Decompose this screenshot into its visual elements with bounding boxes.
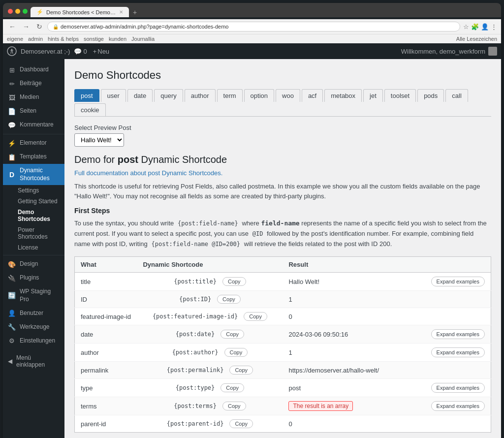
copy-button[interactable]: Copy	[220, 330, 244, 339]
tab-close-icon[interactable]: ✕	[119, 9, 123, 15]
tab-post[interactable]: post	[74, 89, 99, 102]
svg-point-0	[7, 47, 16, 56]
sidebar-item-label: Medien	[20, 94, 39, 101]
plus-icon: +	[93, 48, 97, 55]
result-value: 1	[288, 296, 292, 303]
tab-metabox[interactable]: metabox	[324, 89, 362, 102]
cell-shortcode: {post:ID}Copy	[137, 291, 283, 308]
sidebar-item-templates[interactable]: 📋 Templates	[3, 150, 64, 164]
bookmark-sonstige[interactable]: sonstige	[84, 36, 104, 42]
sidebar-item-einstellungen[interactable]: ⚙ Einstellungen	[3, 334, 64, 347]
all-bookmarks-button[interactable]: Alle Lesezeichen	[456, 36, 497, 42]
copy-button[interactable]: Copy	[229, 366, 253, 375]
copy-button[interactable]: Copy	[224, 348, 248, 357]
demo-docs-link[interactable]: Full documentation about post Dynamic Sh…	[74, 169, 491, 177]
address-bar[interactable]: 🔒 demoserver.at/wp-admin/admin.php?page=…	[47, 22, 460, 31]
table-row: terms{post:terms}CopyThe result is an ar…	[75, 397, 491, 415]
tab-date[interactable]: date	[127, 89, 153, 102]
profile-button[interactable]: 👤	[481, 23, 489, 31]
copy-button[interactable]: Copy	[217, 295, 241, 304]
bookmark-journallia[interactable]: Journallia	[131, 36, 155, 42]
tab-user[interactable]: user	[101, 89, 126, 102]
comments-count: 0	[83, 48, 87, 55]
new-tab-button[interactable]: +	[130, 7, 140, 17]
copy-button[interactable]: Copy	[222, 402, 246, 410]
sidebar-sub-settings[interactable]: Settings	[13, 185, 64, 196]
comments-link[interactable]: 💬 0	[74, 48, 87, 55]
wp-site-name[interactable]: Demoserver.at ;-)	[21, 48, 70, 55]
sidebar-item-label: WP Staging Pro	[20, 288, 60, 303]
expand-button[interactable]: Expand examples	[431, 277, 485, 286]
copy-button[interactable]: Copy	[222, 277, 246, 286]
reload-button[interactable]: ↻	[34, 22, 44, 31]
expand-button[interactable]: Expand examples	[431, 347, 485, 357]
tab-acf[interactable]: acf	[302, 89, 323, 102]
bookmark-eigene[interactable]: eigene	[7, 36, 23, 42]
wp-top-bar: Demoserver.at ;-) 💬 0 + Neu Willkommen, …	[3, 43, 501, 59]
sidebar-item-plugins[interactable]: 🔌 Plugins	[3, 271, 64, 285]
tab-cookie[interactable]: cookie	[74, 103, 106, 116]
sidebar-item-dynamic-shortcodes[interactable]: D Dynamic Shortcodes	[3, 164, 64, 185]
sidebar-sub-power-shortcodes[interactable]: Power Shortcodes	[13, 224, 64, 242]
sidebar-item-design[interactable]: 🎨 Design	[3, 257, 64, 271]
back-button[interactable]: ←	[7, 22, 18, 31]
sidebar-sub-demo-shortcodes[interactable]: Demo Shortcodes	[13, 207, 64, 224]
sidebar-item-label: Seiten	[20, 107, 36, 115]
copy-button[interactable]: Copy	[244, 312, 267, 321]
sidebar-item-kommentare[interactable]: 💬 Kommentare	[3, 118, 64, 132]
new-content-button[interactable]: + Neu	[93, 48, 109, 55]
sidebar-sub-license[interactable]: License	[13, 242, 64, 253]
sidebar-item-medien[interactable]: 🖼 Medien	[3, 91, 64, 104]
tab-woo[interactable]: woo	[276, 89, 300, 102]
elementor-icon: ⚡	[8, 139, 16, 147]
user-avatar[interactable]	[488, 47, 497, 56]
expand-button[interactable]: Expand examples	[431, 401, 485, 411]
sidebar-item-label: Templates	[20, 153, 47, 161]
wp-main: Demo Shortcodes post user date query aut…	[64, 59, 501, 438]
minimize-dot[interactable]	[15, 9, 20, 14]
preview-post-label: Select Preview Post	[74, 124, 491, 131]
sidebar-item-elementor[interactable]: ⚡ Elementor	[3, 136, 64, 150]
sidebar-item-seiten[interactable]: 📄 Seiten	[3, 104, 64, 118]
bookmark-kunden[interactable]: kunden	[109, 36, 126, 42]
sidebar-item-beitrage[interactable]: ✏ Beiträge	[3, 77, 64, 91]
maximize-dot[interactable]	[23, 9, 28, 14]
copy-button[interactable]: Copy	[229, 419, 253, 428]
tab-term[interactable]: term	[217, 89, 243, 102]
welcome-text: Willkommen, demo_werkform	[401, 48, 485, 55]
tab-author[interactable]: author	[185, 89, 216, 102]
tab-pods[interactable]: pods	[417, 89, 444, 102]
sidebar-item-benutzer[interactable]: 👤 Benutzer	[3, 306, 64, 320]
preview-post-select[interactable]: Hallo Welt!	[74, 133, 124, 147]
cell-what: parent-id	[75, 415, 137, 433]
bookmark-star-button[interactable]: ☆	[463, 23, 469, 31]
first-steps-text-1: To use the syntax, you should write	[74, 219, 176, 227]
bookmark-admin[interactable]: admin	[28, 36, 43, 42]
sidebar-item-dashboard[interactable]: ⊞ Dashboard	[3, 63, 64, 77]
shortcode-code: {post:type}	[176, 384, 215, 391]
url-text: demoserver.at/wp-admin/admin.php?page=dy…	[61, 24, 229, 30]
tab-option[interactable]: option	[244, 89, 274, 102]
expand-button[interactable]: Expand examples	[431, 329, 485, 339]
shortcode-table: What Dynamic Shortcode Result title{post…	[74, 256, 491, 433]
close-dot[interactable]	[8, 9, 13, 14]
expand-button[interactable]: Expand examples	[431, 383, 485, 393]
tab-toolset[interactable]: toolset	[384, 89, 416, 102]
sidebar-sub-getting-started[interactable]: Getting Started	[13, 196, 64, 207]
menu-button[interactable]: ⋮	[491, 23, 497, 31]
active-tab[interactable]: ⚡ Demo Shortcodes < Demos... ✕	[31, 7, 129, 17]
plugins-icon: 🔌	[8, 274, 16, 282]
extensions-button[interactable]: 🧩	[471, 23, 479, 31]
collapse-icon: ◀	[8, 358, 12, 365]
cell-shortcode: {post:date}Copy	[137, 325, 283, 344]
sidebar-item-wp-staging[interactable]: 🔄 WP Staging Pro	[3, 285, 64, 306]
copy-button[interactable]: Copy	[220, 383, 244, 392]
tab-query[interactable]: query	[154, 89, 183, 102]
tab-jet[interactable]: jet	[363, 89, 383, 102]
sidebar-item-werkzeuge[interactable]: 🔧 Werkzeuge	[3, 320, 64, 334]
collapse-menu-button[interactable]: ◀ Menü einklappen	[3, 351, 64, 371]
tab-call[interactable]: call	[445, 89, 468, 102]
sidebar-item-label: Benutzer	[20, 310, 43, 317]
bookmark-hints[interactable]: hints & helps	[48, 36, 79, 42]
forward-button[interactable]: →	[21, 22, 32, 31]
